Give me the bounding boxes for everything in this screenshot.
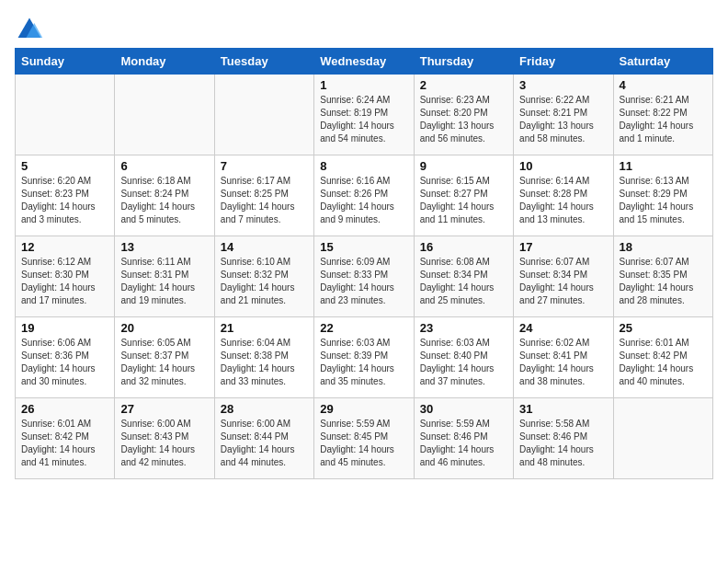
calendar-cell: 19Sunrise: 6:06 AM Sunset: 8:36 PM Dayli…: [16, 317, 115, 398]
day-info: Sunrise: 6:22 AM Sunset: 8:21 PM Dayligh…: [519, 94, 607, 145]
calendar-cell: 27Sunrise: 6:00 AM Sunset: 8:43 PM Dayli…: [115, 398, 214, 479]
day-info: Sunrise: 6:18 AM Sunset: 8:24 PM Dayligh…: [120, 175, 208, 226]
column-header-friday: Friday: [514, 49, 613, 75]
day-number: 21: [221, 321, 308, 335]
calendar-cell: 12Sunrise: 6:12 AM Sunset: 8:30 PM Dayli…: [16, 236, 115, 317]
calendar-cell: 29Sunrise: 5:59 AM Sunset: 8:45 PM Dayli…: [314, 398, 414, 479]
week-row-5: 26Sunrise: 6:01 AM Sunset: 8:42 PM Dayli…: [16, 398, 713, 479]
calendar-cell: 26Sunrise: 6:01 AM Sunset: 8:42 PM Dayli…: [16, 398, 115, 479]
calendar-cell: 8Sunrise: 6:16 AM Sunset: 8:26 PM Daylig…: [314, 155, 414, 236]
day-number: 5: [21, 159, 108, 173]
day-number: 29: [320, 402, 407, 416]
day-number: 3: [519, 78, 607, 92]
calendar-cell: 31Sunrise: 5:58 AM Sunset: 8:46 PM Dayli…: [514, 398, 613, 479]
day-info: Sunrise: 6:13 AM Sunset: 8:29 PM Dayligh…: [620, 175, 707, 226]
day-info: Sunrise: 6:01 AM Sunset: 8:42 PM Dayligh…: [620, 337, 707, 388]
calendar-cell: 6Sunrise: 6:18 AM Sunset: 8:24 PM Daylig…: [115, 155, 214, 236]
calendar-cell: 30Sunrise: 5:59 AM Sunset: 8:46 PM Dayli…: [414, 398, 513, 479]
day-info: Sunrise: 6:12 AM Sunset: 8:30 PM Dayligh…: [21, 256, 108, 307]
day-number: 25: [620, 321, 707, 335]
day-number: 13: [120, 240, 208, 254]
day-info: Sunrise: 6:01 AM Sunset: 8:42 PM Dayligh…: [21, 418, 108, 469]
day-number: 20: [120, 321, 208, 335]
day-number: 14: [221, 240, 308, 254]
calendar-cell: [16, 75, 115, 155]
day-info: Sunrise: 6:07 AM Sunset: 8:34 PM Dayligh…: [519, 256, 607, 307]
day-number: 7: [221, 159, 308, 173]
calendar-cell: 9Sunrise: 6:15 AM Sunset: 8:27 PM Daylig…: [414, 155, 513, 236]
column-header-tuesday: Tuesday: [214, 49, 313, 75]
calendar-cell: [214, 75, 313, 155]
day-info: Sunrise: 6:17 AM Sunset: 8:25 PM Dayligh…: [221, 175, 308, 226]
day-number: 26: [21, 402, 108, 416]
day-info: Sunrise: 6:23 AM Sunset: 8:20 PM Dayligh…: [420, 94, 507, 145]
column-header-monday: Monday: [115, 49, 214, 75]
calendar-cell: 22Sunrise: 6:03 AM Sunset: 8:39 PM Dayli…: [314, 317, 414, 398]
calendar-cell: 7Sunrise: 6:17 AM Sunset: 8:25 PM Daylig…: [214, 155, 313, 236]
day-info: Sunrise: 6:21 AM Sunset: 8:22 PM Dayligh…: [620, 94, 707, 145]
calendar-cell: 15Sunrise: 6:09 AM Sunset: 8:33 PM Dayli…: [314, 236, 414, 317]
calendar-cell: 11Sunrise: 6:13 AM Sunset: 8:29 PM Dayli…: [613, 155, 712, 236]
calendar-cell: 18Sunrise: 6:07 AM Sunset: 8:35 PM Dayli…: [613, 236, 712, 317]
day-info: Sunrise: 5:58 AM Sunset: 8:46 PM Dayligh…: [519, 418, 607, 469]
calendar-cell: 3Sunrise: 6:22 AM Sunset: 8:21 PM Daylig…: [514, 75, 613, 155]
calendar-header-row: SundayMondayTuesdayWednesdayThursdayFrid…: [16, 49, 713, 75]
page-header: [15, 15, 713, 44]
calendar-body: 1Sunrise: 6:24 AM Sunset: 8:19 PM Daylig…: [16, 75, 713, 479]
day-info: Sunrise: 6:00 AM Sunset: 8:44 PM Dayligh…: [221, 418, 308, 469]
calendar-cell: 10Sunrise: 6:14 AM Sunset: 8:28 PM Dayli…: [514, 155, 613, 236]
day-info: Sunrise: 6:16 AM Sunset: 8:26 PM Dayligh…: [320, 175, 407, 226]
column-header-saturday: Saturday: [613, 49, 712, 75]
day-number: 24: [519, 321, 607, 335]
day-number: 27: [120, 402, 208, 416]
calendar-cell: 25Sunrise: 6:01 AM Sunset: 8:42 PM Dayli…: [613, 317, 712, 398]
calendar-cell: 2Sunrise: 6:23 AM Sunset: 8:20 PM Daylig…: [414, 75, 513, 155]
week-row-3: 12Sunrise: 6:12 AM Sunset: 8:30 PM Dayli…: [16, 236, 713, 317]
day-info: Sunrise: 6:14 AM Sunset: 8:28 PM Dayligh…: [519, 175, 607, 226]
calendar-cell: [115, 75, 214, 155]
day-info: Sunrise: 6:03 AM Sunset: 8:40 PM Dayligh…: [420, 337, 507, 388]
day-info: Sunrise: 6:02 AM Sunset: 8:41 PM Dayligh…: [519, 337, 607, 388]
logo-icon: [15, 15, 44, 44]
day-info: Sunrise: 5:59 AM Sunset: 8:45 PM Dayligh…: [320, 418, 407, 469]
day-info: Sunrise: 6:07 AM Sunset: 8:35 PM Dayligh…: [620, 256, 707, 307]
calendar-cell: 17Sunrise: 6:07 AM Sunset: 8:34 PM Dayli…: [514, 236, 613, 317]
week-row-4: 19Sunrise: 6:06 AM Sunset: 8:36 PM Dayli…: [16, 317, 713, 398]
calendar-cell: 23Sunrise: 6:03 AM Sunset: 8:40 PM Dayli…: [414, 317, 513, 398]
day-info: Sunrise: 6:11 AM Sunset: 8:31 PM Dayligh…: [120, 256, 208, 307]
column-header-wednesday: Wednesday: [314, 49, 414, 75]
calendar-cell: 4Sunrise: 6:21 AM Sunset: 8:22 PM Daylig…: [613, 75, 712, 155]
day-number: 30: [420, 402, 507, 416]
day-info: Sunrise: 6:06 AM Sunset: 8:36 PM Dayligh…: [21, 337, 108, 388]
day-info: Sunrise: 6:08 AM Sunset: 8:34 PM Dayligh…: [420, 256, 507, 307]
day-info: Sunrise: 6:03 AM Sunset: 8:39 PM Dayligh…: [320, 337, 407, 388]
day-number: 4: [620, 78, 707, 92]
day-number: 16: [420, 240, 507, 254]
calendar-cell: 5Sunrise: 6:20 AM Sunset: 8:23 PM Daylig…: [16, 155, 115, 236]
calendar-cell: [613, 398, 712, 479]
day-number: 2: [420, 78, 507, 92]
day-number: 18: [620, 240, 707, 254]
day-number: 10: [519, 159, 607, 173]
column-header-sunday: Sunday: [16, 49, 115, 75]
calendar-cell: 24Sunrise: 6:02 AM Sunset: 8:41 PM Dayli…: [514, 317, 613, 398]
calendar-cell: 1Sunrise: 6:24 AM Sunset: 8:19 PM Daylig…: [314, 75, 414, 155]
day-number: 1: [320, 78, 407, 92]
day-info: Sunrise: 6:10 AM Sunset: 8:32 PM Dayligh…: [221, 256, 308, 307]
day-number: 11: [620, 159, 707, 173]
logo: [15, 15, 48, 44]
day-number: 12: [21, 240, 108, 254]
day-info: Sunrise: 6:00 AM Sunset: 8:43 PM Dayligh…: [120, 418, 208, 469]
calendar-cell: 21Sunrise: 6:04 AM Sunset: 8:38 PM Dayli…: [214, 317, 313, 398]
day-info: Sunrise: 6:05 AM Sunset: 8:37 PM Dayligh…: [120, 337, 208, 388]
calendar-cell: 14Sunrise: 6:10 AM Sunset: 8:32 PM Dayli…: [214, 236, 313, 317]
calendar-cell: 20Sunrise: 6:05 AM Sunset: 8:37 PM Dayli…: [115, 317, 214, 398]
day-number: 15: [320, 240, 407, 254]
day-number: 23: [420, 321, 507, 335]
day-number: 31: [519, 402, 607, 416]
day-number: 9: [420, 159, 507, 173]
week-row-2: 5Sunrise: 6:20 AM Sunset: 8:23 PM Daylig…: [16, 155, 713, 236]
day-info: Sunrise: 5:59 AM Sunset: 8:46 PM Dayligh…: [420, 418, 507, 469]
day-number: 8: [320, 159, 407, 173]
column-header-thursday: Thursday: [414, 49, 513, 75]
